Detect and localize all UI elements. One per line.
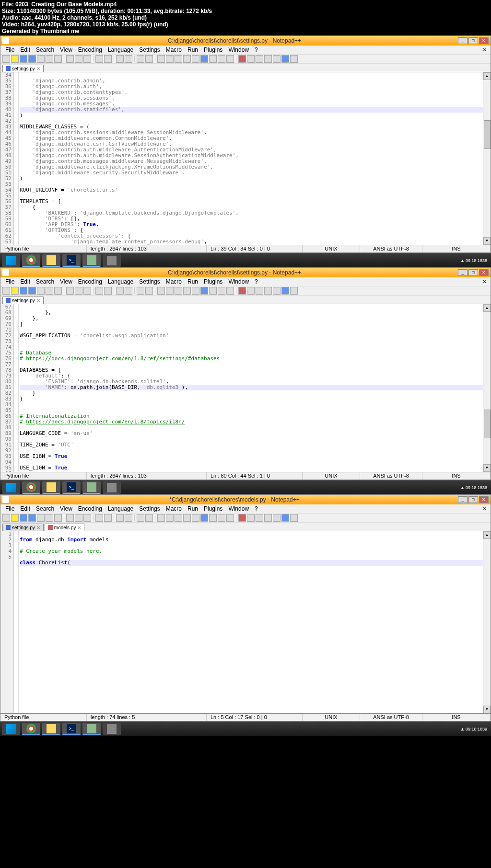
print-icon[interactable] (54, 514, 62, 522)
menu-settings[interactable]: Settings (136, 504, 163, 513)
menu-macro[interactable]: Macro (163, 277, 185, 286)
zoom-out-icon[interactable] (145, 287, 153, 295)
sync-h-icon[interactable] (166, 287, 174, 295)
menu-search[interactable]: Search (33, 277, 57, 286)
tray-icon[interactable]: ▲ (460, 258, 465, 263)
open-file-icon[interactable] (11, 514, 19, 522)
new-file-icon[interactable] (2, 287, 10, 295)
func-list-icon[interactable] (226, 514, 234, 522)
redo-icon[interactable] (104, 55, 112, 63)
close-file-icon[interactable] (37, 287, 45, 295)
plugin-icon[interactable] (281, 287, 289, 295)
indent-guide-icon[interactable] (192, 55, 199, 63)
play-multi-icon[interactable] (264, 514, 272, 522)
menu-edit[interactable]: Edit (17, 504, 33, 513)
menu-run[interactable]: Run (185, 46, 201, 54)
close-x-icon[interactable]: ✕ (482, 279, 489, 285)
zoom-in-icon[interactable] (137, 287, 144, 295)
close-file-icon[interactable] (37, 55, 45, 63)
editor-area[interactable]: 3435363738394041424344454647484950515253… (0, 72, 491, 245)
menu-encoding[interactable]: Encoding (75, 46, 105, 54)
menu-encoding[interactable]: Encoding (75, 277, 105, 286)
save-all-icon[interactable] (28, 55, 36, 63)
menu-encoding[interactable]: Encoding (75, 504, 105, 513)
save-icon[interactable] (20, 55, 27, 63)
scroll-thumb[interactable] (484, 410, 491, 438)
tray-icon[interactable]: ▲ (460, 485, 465, 490)
play-macro-icon[interactable] (256, 55, 263, 63)
menu-run[interactable]: Run (185, 504, 201, 513)
title-bar[interactable]: C:\django\chorelist\chorelist\settings.p… (0, 268, 491, 277)
notepad-app[interactable] (82, 481, 101, 494)
new-file-icon[interactable] (2, 55, 10, 63)
menu-window[interactable]: Window (225, 46, 252, 54)
indent-guide-icon[interactable] (192, 514, 199, 522)
zoom-out-icon[interactable] (145, 55, 153, 63)
tab-close-icon[interactable]: ✕ (36, 298, 40, 303)
cut-icon[interactable] (66, 287, 74, 295)
menu-macro[interactable]: Macro (163, 504, 185, 513)
menu-view[interactable]: View (57, 46, 75, 54)
chrome-app[interactable] (22, 723, 40, 735)
maximize-button[interactable]: □ (468, 269, 478, 276)
stop-macro-icon[interactable] (247, 287, 255, 295)
close-all-icon[interactable] (46, 514, 53, 522)
close-all-icon[interactable] (46, 287, 53, 295)
print-icon[interactable] (54, 55, 62, 63)
tray-datetime[interactable]: 09:18:1838 (466, 258, 489, 263)
close-x-icon[interactable]: ✕ (482, 47, 489, 53)
doc-map-icon[interactable] (218, 55, 225, 63)
maximize-button[interactable]: □ (468, 37, 478, 44)
stop-macro-icon[interactable] (247, 514, 255, 522)
vertical-scrollbar[interactable]: ▲ ▼ (483, 304, 491, 472)
folder-view-icon[interactable] (209, 287, 217, 295)
explorer-app[interactable] (42, 254, 60, 267)
new-file-icon[interactable] (2, 514, 10, 522)
title-bar[interactable]: *C:\django\chorelist\chores\models.py - … (0, 495, 491, 504)
close-file-icon[interactable] (37, 514, 45, 522)
vertical-scrollbar[interactable]: ▲ ▼ (483, 72, 491, 245)
sync-v-icon[interactable] (157, 55, 165, 63)
editor-area[interactable]: 12345 from django.db import models # Cre… (0, 531, 491, 713)
user-lang-icon[interactable] (200, 514, 208, 522)
sync-v-icon[interactable] (157, 514, 165, 522)
system-tray[interactable]: ▲ 09:18:1839 (460, 727, 489, 731)
start-button[interactable] (2, 254, 20, 267)
paste-icon[interactable] (83, 287, 91, 295)
menu-plugins[interactable]: Plugins (201, 277, 225, 286)
menu-language[interactable]: Language (105, 504, 136, 513)
plugin-icon[interactable] (281, 514, 289, 522)
other-app[interactable] (103, 254, 121, 267)
find-icon[interactable] (116, 55, 124, 63)
other-app[interactable] (103, 481, 121, 494)
code-text[interactable]: from django.db import models # Create yo… (19, 531, 483, 713)
undo-icon[interactable] (95, 287, 103, 295)
system-tray[interactable]: ▲ 09:18:1836 (460, 485, 489, 490)
menu-view[interactable]: View (57, 504, 75, 513)
menu-language[interactable]: Language (105, 46, 136, 54)
doc-map-icon[interactable] (218, 514, 225, 522)
menu-file[interactable]: File (2, 504, 17, 513)
save-icon[interactable] (20, 514, 27, 522)
zoom-out-icon[interactable] (145, 514, 153, 522)
close-button[interactable]: ✕ (479, 37, 489, 44)
play-multi-icon[interactable] (264, 287, 272, 295)
powershell-app[interactable]: >_ (62, 481, 81, 494)
plugin2-icon[interactable] (290, 514, 298, 522)
minimize-button[interactable]: _ (458, 37, 468, 44)
minimize-button[interactable]: _ (458, 269, 468, 276)
play-macro-icon[interactable] (256, 287, 263, 295)
find-icon[interactable] (116, 514, 124, 522)
file-tab-settings[interactable]: settings.py ✕ (2, 297, 44, 304)
paste-icon[interactable] (83, 514, 91, 522)
scroll-down-icon[interactable]: ▼ (483, 706, 491, 713)
file-tab-settings[interactable]: settings.py ✕ (2, 524, 44, 531)
folder-view-icon[interactable] (209, 55, 217, 63)
menu-edit[interactable]: Edit (17, 277, 33, 286)
show-chars-icon[interactable] (183, 55, 191, 63)
plugin-icon[interactable] (281, 55, 289, 63)
replace-icon[interactable] (125, 514, 132, 522)
tab-close-icon[interactable]: ✕ (77, 525, 81, 530)
code-text[interactable]: 'django.contrib.admin', 'django.contrib.… (19, 72, 483, 245)
chrome-app[interactable] (22, 481, 40, 494)
